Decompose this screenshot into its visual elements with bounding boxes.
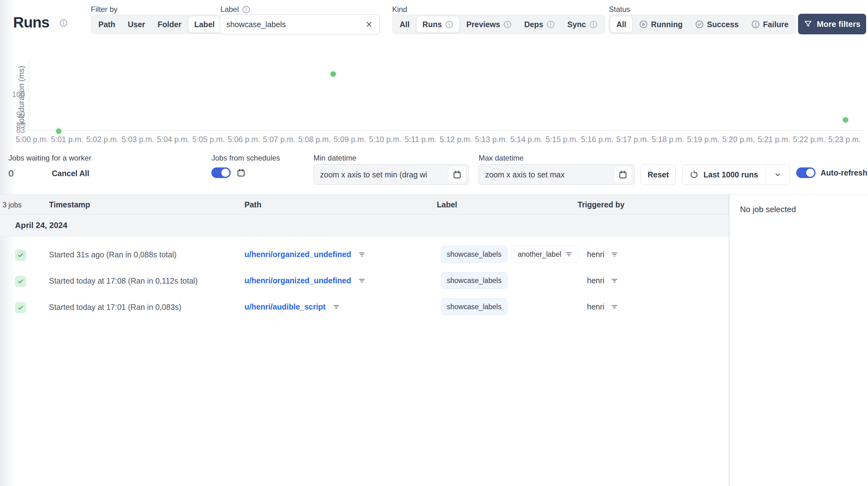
run-timestamp: Started 31s ago (Ran in 0,088s total) — [49, 250, 177, 259]
status-option-all[interactable]: All — [610, 16, 632, 33]
label-chip-text: showcase_labels — [447, 276, 501, 285]
kind-option-all[interactable]: All — [394, 16, 415, 32]
x-axis-tick: 5:22 p.m. — [793, 135, 826, 144]
more-filters-label: More filters — [817, 19, 861, 29]
run-labels: showcase_labels — [441, 298, 507, 315]
play-circle-icon — [639, 20, 648, 29]
run-path-link[interactable]: u/henri/organized_undefined — [245, 276, 351, 285]
info-icon[interactable] — [503, 20, 512, 29]
runs-table-header: 3 jobs Timestamp Path Label Triggered by — [0, 194, 729, 215]
success-status-badge — [15, 249, 26, 261]
run-path-link[interactable]: u/henri/audible_script — [245, 302, 326, 311]
filter-by-option-folder[interactable]: Folder — [152, 16, 187, 32]
x-axis-tick: 5:01 p.m. — [51, 135, 83, 144]
x-axis-tick: 5:13 p.m. — [475, 135, 507, 144]
status-option-failure[interactable]: Failure — [745, 16, 795, 32]
chart-x-axis-line[interactable] — [29, 130, 864, 130]
x-axis-tick: 5:03 p.m. — [121, 135, 154, 144]
option-label: Running — [651, 20, 683, 29]
column-header-label: Label — [437, 200, 457, 209]
info-icon[interactable] — [242, 5, 250, 14]
kind-option-previews[interactable]: Previews — [460, 16, 517, 32]
runs-count-dropdown-button[interactable] — [766, 164, 789, 185]
x-axis-tick: 5:18 p.m. — [652, 135, 684, 144]
jobs-count: 3 jobs — [2, 201, 22, 209]
table-row[interactable]: Started today at 17:01 (Ran in 0,083s) u… — [0, 294, 729, 321]
jobs-waiting-count: 0 — [8, 168, 14, 179]
option-label: All — [616, 20, 626, 29]
filter-lines-icon[interactable] — [611, 303, 618, 311]
x-axis-tick: 5:08 p.m. — [298, 135, 331, 144]
funnel-icon — [804, 20, 812, 28]
label-chip-text: another_label — [518, 250, 561, 259]
option-label: Previews — [466, 20, 500, 29]
x-axis-tick: 5:19 p.m. — [687, 135, 719, 144]
job-duration-point[interactable] — [330, 70, 337, 78]
auto-refresh-toggle[interactable] — [796, 168, 815, 178]
auto-refresh-label: Auto-refresh — [820, 169, 867, 177]
label-filter-input[interactable]: showcase_labels — [220, 14, 380, 34]
cancel-all-button[interactable]: Cancel All — [52, 169, 89, 178]
calendar-icon[interactable] — [448, 166, 466, 183]
no-job-selected-message: No job selected — [740, 205, 868, 214]
job-detail-panel: No job selected — [729, 194, 868, 486]
status-option-success[interactable]: Success — [689, 16, 744, 32]
jobs-from-schedules-toggle[interactable] — [211, 168, 231, 178]
clear-icon[interactable] — [365, 20, 373, 28]
status-label: Status — [609, 5, 630, 14]
date-group-label: April 24, 2024 — [15, 220, 67, 230]
filter-lines-icon[interactable] — [358, 277, 366, 284]
runs-page: Runs Filter by PathUserFolderLabel Label… — [0, 0, 868, 486]
min-datetime-input[interactable]: zoom x axis to set min (drag wi — [313, 164, 469, 185]
filter-by-group: PathUserFolderLabel — [91, 14, 223, 34]
toggle-knob — [806, 169, 814, 177]
kind-option-sync[interactable]: Sync — [561, 16, 603, 32]
last-1000-runs-button[interactable]: Last 1000 runs — [683, 164, 766, 185]
label-chip[interactable]: showcase_labels — [441, 298, 507, 315]
triggered-by-user: henri — [587, 302, 604, 311]
job-duration-point[interactable] — [842, 116, 849, 124]
kind-group: AllRunsPreviewsDepsSync — [392, 14, 606, 34]
calendar-icon[interactable] — [614, 166, 632, 183]
x-axis-tick: 5:17 p.m. — [616, 135, 649, 144]
reset-button[interactable]: Reset — [641, 164, 676, 185]
option-label: Label — [194, 20, 215, 29]
toggle-knob — [221, 169, 229, 177]
label-chip[interactable]: showcase_labels — [441, 272, 507, 289]
filter-lines-icon[interactable] — [358, 251, 366, 258]
calendar-icon[interactable] — [236, 168, 246, 177]
x-axis-tick: 5:02 p.m. — [86, 135, 119, 144]
status-option-running[interactable]: Running — [633, 16, 688, 32]
x-axis-tick: 5:16 p.m. — [581, 135, 614, 144]
jobs-waiting-label: Jobs waiting for a worker — [8, 154, 91, 162]
option-label: Success — [707, 20, 738, 29]
info-icon[interactable] — [445, 20, 453, 29]
run-timestamp: Started today at 17:08 (Ran in 0,112s to… — [49, 276, 198, 285]
check-circle-icon — [695, 20, 704, 29]
filter-lines-icon[interactable] — [611, 251, 618, 258]
table-row[interactable]: Started 31s ago (Ran in 0,088s total) u/… — [0, 242, 729, 268]
alert-circle-icon — [751, 20, 760, 29]
table-row[interactable]: Started today at 17:08 (Ran in 0,112s to… — [0, 268, 729, 294]
filter-lines-icon[interactable] — [611, 277, 618, 284]
jobs-from-schedules-label: Jobs from schedules — [211, 154, 280, 162]
filter-by-option-path[interactable]: Path — [92, 16, 121, 32]
info-icon[interactable] — [547, 20, 555, 29]
job-duration-point[interactable] — [55, 127, 62, 135]
min-datetime-label: Min datetime — [313, 154, 356, 162]
filter-by-option-user[interactable]: User — [122, 16, 151, 32]
x-axis-tick: 5:04 p.m. — [157, 135, 189, 144]
filter-lines-icon[interactable] — [565, 250, 572, 258]
filter-lines-icon[interactable] — [333, 303, 340, 311]
label-chip[interactable]: another_label — [512, 246, 578, 263]
info-icon[interactable] — [59, 19, 68, 27]
max-datetime-input[interactable]: zoom x axis to set max — [479, 164, 635, 185]
min-datetime-placeholder: zoom x axis to set min (drag wi — [320, 170, 448, 179]
filter-by-option-label[interactable]: Label — [188, 16, 221, 33]
info-icon[interactable] — [589, 20, 598, 29]
run-path-link[interactable]: u/henri/organized_undefined — [245, 250, 351, 259]
kind-option-deps[interactable]: Deps — [518, 16, 561, 32]
more-filters-button[interactable]: More filters — [798, 14, 866, 34]
label-chip[interactable]: showcase_labels — [441, 246, 507, 263]
kind-option-runs[interactable]: Runs — [416, 16, 460, 33]
